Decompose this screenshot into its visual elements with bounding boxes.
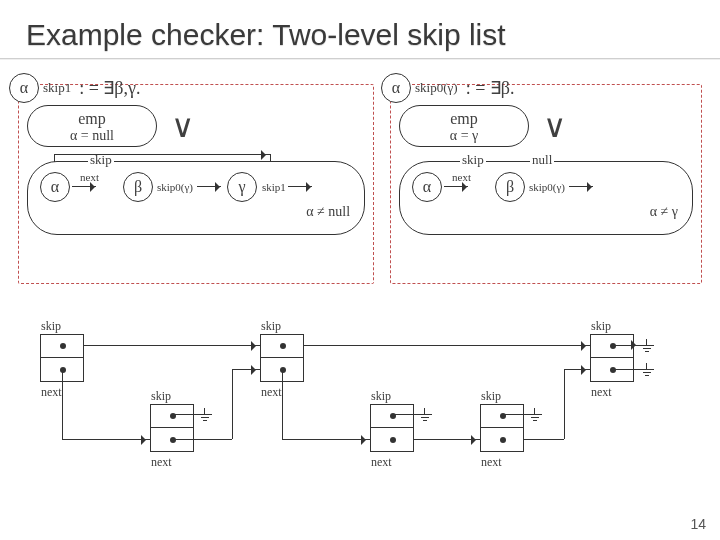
emp-cond: α = null (52, 128, 132, 144)
cond-right: α ≠ γ (406, 204, 686, 220)
cond-left: α ≠ null (34, 204, 358, 220)
vee-right: ∨ (543, 107, 566, 145)
skip0-label: skip0(γ) (415, 80, 458, 96)
def-skip1: α skip1 : = ∃β,γ. emp α = null ∨ skip α … (18, 84, 374, 284)
next-arrow (232, 369, 260, 370)
cell-skip-label: skip (481, 389, 501, 404)
cell-skip-label: skip (261, 319, 281, 334)
def-skip0: α skip0(γ) : = ∃β. emp α = γ ∨ skip null… (390, 84, 702, 284)
cell-next-label: next (41, 385, 62, 400)
cell-next-label: next (591, 385, 612, 400)
null-label-top: null (530, 152, 554, 168)
page-number: 14 (690, 516, 706, 532)
arrow-icon (197, 182, 225, 192)
def-skip1-head: α skip1 : = ∃β,γ. (9, 73, 140, 103)
cell-skip-label: skip (591, 319, 611, 334)
top-arrow-1 (84, 345, 260, 346)
gamma-rule-left: γ (227, 172, 257, 202)
cell-skip-label: skip (371, 389, 391, 404)
ground-icon (640, 339, 654, 353)
skip0-of-gamma-r: skip0(γ) (529, 181, 565, 193)
bot-cell-2: skip next (370, 404, 414, 452)
top-cell-3: skip next (590, 334, 634, 382)
arrow-icon (444, 182, 472, 192)
cell-next-label: next (371, 455, 392, 470)
beta-rule-right: β (495, 172, 525, 202)
beta-rule-left: β (123, 172, 153, 202)
def-skip0-head: α skip0(γ) : = ∃β. (381, 73, 514, 103)
emp-cond-r: α = γ (424, 128, 504, 144)
ground-icon (640, 363, 654, 377)
rule-skip0: skip null α next β skip0(γ) α ≠ γ (399, 161, 693, 235)
next-arrow (282, 439, 370, 440)
next-label: next (80, 171, 99, 183)
bot-cell-3: skip next (480, 404, 524, 452)
arrow-icon (288, 182, 316, 192)
vee-left: ∨ (171, 107, 194, 145)
emp-text-r: emp (424, 110, 504, 128)
next-label-r: next (452, 171, 471, 183)
emp-text: emp (52, 110, 132, 128)
next-arrow (564, 369, 590, 370)
arrow-icon (569, 182, 597, 192)
emp-box-right: emp α = γ (399, 105, 529, 147)
cell-next-label: next (481, 455, 502, 470)
arrow-icon (72, 182, 100, 192)
cell-next-label: next (151, 455, 172, 470)
alpha-rule-left: α (40, 172, 70, 202)
top-arrow-2 (304, 345, 590, 346)
def-eq-right: : = ∃β. (466, 77, 515, 99)
alpha-node: α (9, 73, 39, 103)
cell-skip-label: skip (151, 389, 171, 404)
slide-title: Example checker: Two-level skip list (0, 0, 720, 60)
skip-label-top-r: skip (460, 152, 486, 168)
alpha-rule-right: α (412, 172, 442, 202)
cell-skip-label: skip (41, 319, 61, 334)
skip1-tail: skip1 (262, 181, 286, 193)
ground-icon (418, 408, 432, 422)
next-arrow (414, 439, 480, 440)
definitions-row: α skip1 : = ∃β,γ. emp α = null ∨ skip α … (0, 60, 720, 284)
next-arrow (62, 439, 150, 440)
alpha-node-r: α (381, 73, 411, 103)
skip1-label: skip1 (43, 80, 71, 96)
emp-box-left: emp α = null (27, 105, 157, 147)
ground-icon (198, 408, 212, 422)
list-illustration: skip next skip next skip next skip next … (40, 314, 680, 474)
bot-cell-1: skip next (150, 404, 194, 452)
def-eq-left: : = ∃β,γ. (79, 77, 140, 99)
cell-next-label: next (261, 385, 282, 400)
skip0-of-gamma: skip0(γ) (157, 181, 193, 193)
rule-skip1: skip α next β skip0(γ) γ skip1 α ≠ null (27, 161, 365, 235)
ground-icon (528, 408, 542, 422)
